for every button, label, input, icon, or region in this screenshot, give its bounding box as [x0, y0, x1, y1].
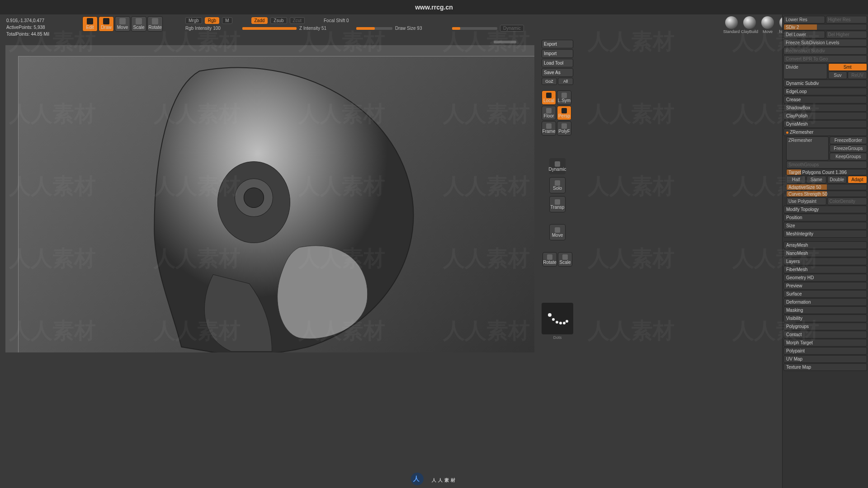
load-tool-button[interactable]: Load Tool: [542, 59, 573, 67]
adaptive-size-slider[interactable]: AdaptiveSize 50: [786, 184, 867, 190]
focal-shift-label[interactable]: Focal Shift 0: [324, 18, 378, 23]
section-visibility[interactable]: Visibility: [783, 314, 867, 322]
goz-button[interactable]: GoZ: [542, 78, 557, 85]
freezeborder-button[interactable]: FreezeBorder: [830, 136, 868, 144]
section-contact[interactable]: Contact: [783, 331, 867, 338]
section-position[interactable]: Position: [783, 214, 867, 221]
zsub-tag[interactable]: Zsub: [270, 17, 287, 24]
nav-persp-button[interactable]: Persp: [557, 106, 571, 120]
section-deformation[interactable]: Deformation: [783, 298, 867, 306]
same-button[interactable]: Same: [807, 176, 826, 183]
use-polypaint-button[interactable]: Use Polypaint: [786, 197, 826, 205]
goz-all-button[interactable]: All: [558, 78, 573, 85]
nav-rotate-button[interactable]: Rotate: [542, 252, 557, 267]
export-button[interactable]: Export: [542, 40, 573, 48]
import-button[interactable]: Import: [542, 49, 573, 58]
mode-draw-button[interactable]: Draw: [99, 16, 114, 32]
mode-move-button[interactable]: Move: [115, 16, 130, 32]
section-crease[interactable]: Crease: [783, 96, 867, 103]
nav-solo-button[interactable]: Solo: [549, 177, 566, 193]
nav-floor-button[interactable]: Floor: [542, 106, 556, 120]
nav-lsym-button[interactable]: L.Sym: [557, 90, 571, 105]
z-intensity-slider[interactable]: [356, 27, 392, 30]
mode-rotate-button[interactable]: Rotate: [147, 16, 163, 32]
section-polygroups[interactable]: Polygroups: [783, 323, 867, 330]
section-uv-map[interactable]: UV Map: [783, 355, 867, 363]
nav-frame-button[interactable]: Frame: [542, 121, 556, 136]
section-edgeloop[interactable]: EdgeLoop: [783, 88, 867, 95]
freeze-subdivision-levels-button[interactable]: Freeze SubDivision Levels: [783, 39, 867, 47]
section-claypolish[interactable]: ClayPolish: [783, 112, 867, 120]
section-masking[interactable]: Masking: [783, 306, 867, 314]
section-preview[interactable]: Preview: [783, 282, 867, 290]
keepgroups-button[interactable]: KeepGroups: [830, 153, 868, 160]
nav-dynamic-button[interactable]: Dynamic: [549, 158, 566, 174]
rotate-icon: [152, 18, 158, 24]
del-higher-button[interactable]: Del Higher: [826, 31, 868, 38]
freezegroups-button[interactable]: FreezeGroups: [830, 145, 868, 152]
lower-res-button[interactable]: Lower Res: [783, 16, 825, 23]
reuv-button[interactable]: ReUV: [848, 71, 867, 79]
nav-scale-button[interactable]: Scale: [558, 252, 572, 267]
suv-button[interactable]: Suv: [828, 71, 848, 79]
save-as-button[interactable]: Save As: [542, 68, 573, 77]
half-button[interactable]: Half: [786, 176, 806, 183]
section-zremesher[interactable]: ZRemesher: [783, 128, 867, 136]
mrgb-tag[interactable]: Mrgb: [185, 17, 202, 24]
section-fibermesh[interactable]: FiberMesh: [783, 266, 867, 273]
nav-polyf-button[interactable]: PolyF: [557, 121, 571, 136]
mode-scale-button[interactable]: Scale: [131, 16, 146, 32]
section-morph-target[interactable]: Morph Target: [783, 339, 867, 347]
divide-button[interactable]: Divide: [783, 63, 827, 79]
adapt-button[interactable]: Adapt: [848, 176, 867, 183]
section-size[interactable]: Size: [783, 222, 867, 230]
viewport-mini-slider[interactable]: [494, 41, 516, 43]
nav-move-button[interactable]: Move: [549, 224, 566, 240]
smoothgroups-button[interactable]: SmoothGroups: [786, 161, 867, 169]
section-polypaint[interactable]: Polypaint: [783, 347, 867, 355]
del-lower-button[interactable]: Del Lower: [783, 31, 825, 38]
viewport-inner[interactable]: [18, 56, 534, 352]
brush-move[interactable]: Move: [760, 16, 776, 34]
section-layers[interactable]: Layers: [783, 258, 867, 265]
section-dynamesh[interactable]: DynaMesh: [783, 120, 867, 128]
curves-strength-slider[interactable]: Curves Strength 50: [786, 191, 867, 197]
dynamic-tag[interactable]: Dynamic: [500, 25, 524, 32]
m-tag[interactable]: M: [222, 17, 232, 24]
brush-standard[interactable]: Standard: [723, 16, 740, 34]
section-dynamic-subdiv[interactable]: Dynamic Subdiv: [783, 80, 867, 87]
section-surface[interactable]: Surface: [783, 290, 867, 298]
target-poly-slider[interactable]: Target Polygons Count 1.396: [786, 169, 867, 175]
rgb-intensity-slider[interactable]: [242, 27, 297, 30]
section-texture-map[interactable]: Texture Map: [783, 363, 867, 371]
section-nanomesh[interactable]: NanoMesh: [783, 249, 867, 257]
quicksketch-dots[interactable]: [542, 303, 573, 334]
convert-bpr-to-geo-button[interactable]: Convert BPR To Geo: [783, 55, 867, 63]
rgb-intensity-label[interactable]: Rgb Intensity 100: [185, 26, 240, 31]
slider-group: Mrgb Rgb M Zadd Zsub Zcut Focal Shift 0 …: [185, 16, 524, 32]
section-shadowbox[interactable]: ShadowBox: [783, 104, 867, 112]
rgb-tag[interactable]: Rgb: [205, 17, 219, 24]
section-meshintegrity[interactable]: MeshIntegrity: [783, 230, 867, 238]
viewport[interactable]: [5, 45, 534, 352]
higher-res-button[interactable]: Higher Res: [826, 16, 868, 23]
sdiv-slider[interactable]: SDiv 2: [783, 24, 867, 30]
section-geometry-hd[interactable]: Geometry HD: [783, 274, 867, 282]
section-modify-topology[interactable]: Modify Topology: [783, 206, 867, 213]
color-density-button[interactable]: ColorDensity: [827, 197, 868, 205]
smt-button[interactable]: Smt: [828, 63, 868, 71]
z-intensity-label[interactable]: Z Intensity 51: [299, 26, 354, 31]
reconstruct-subdiv-button[interactable]: Reconstruct Subdiv: [783, 47, 867, 55]
mode-edit-button[interactable]: Edit: [82, 16, 98, 32]
section-arraymesh[interactable]: ArrayMesh: [783, 241, 867, 249]
nav-transp-button[interactable]: Transp: [549, 196, 566, 212]
nav-local-button[interactable]: Local: [542, 90, 556, 105]
double-button[interactable]: Double: [827, 176, 847, 183]
zremesher-button[interactable]: ZRemesher: [786, 136, 829, 160]
brush-claybuild[interactable]: ClayBuild: [741, 16, 758, 34]
zcut-tag[interactable]: Zcut: [290, 17, 305, 24]
draw-size-label[interactable]: Draw Size 93: [395, 26, 449, 31]
zadd-tag[interactable]: Zadd: [251, 17, 268, 24]
draw-size-slider[interactable]: [452, 27, 497, 30]
watermark: 人人素材: [588, 172, 675, 201]
